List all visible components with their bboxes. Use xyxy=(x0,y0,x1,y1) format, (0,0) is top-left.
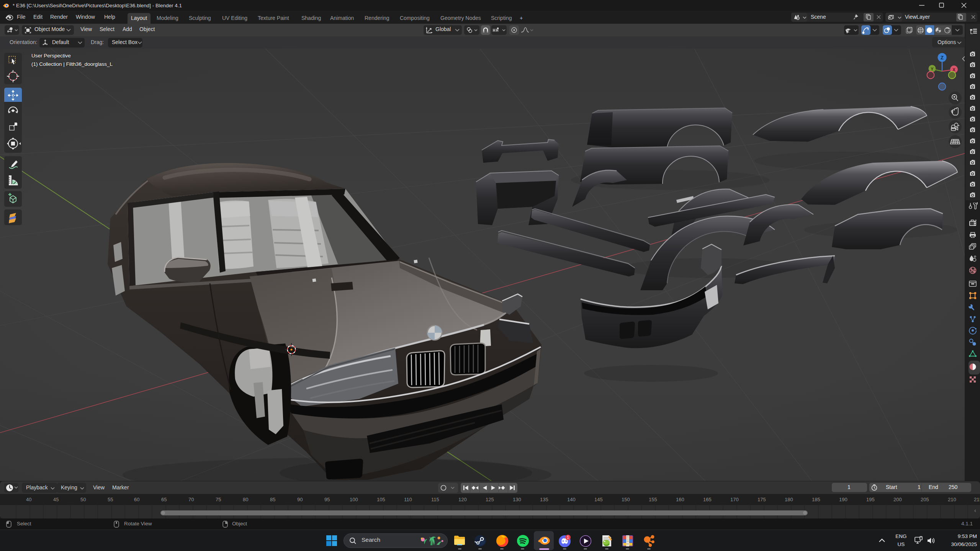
svg-text:X: X xyxy=(952,67,955,72)
svg-text:Z: Z xyxy=(941,55,944,60)
svg-text:1: 1 xyxy=(567,535,569,540)
svg-text:Y: Y xyxy=(931,67,934,71)
